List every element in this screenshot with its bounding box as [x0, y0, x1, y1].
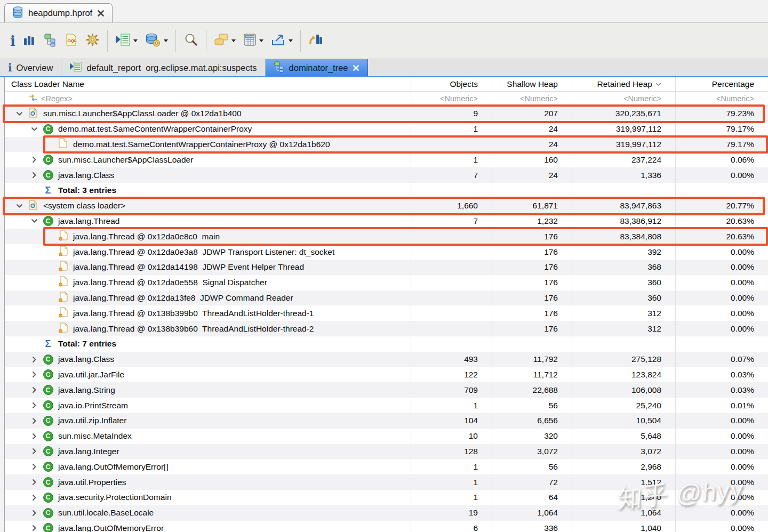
table-row[interactable]: Cjava.io.PrintStream15625,2400.01% [5, 398, 768, 413]
tree-collapsed-icon[interactable] [26, 433, 42, 440]
tab-overview[interactable]: i Overview [0, 59, 61, 76]
table-row[interactable]: java.lang.Thread @ 0x138b39b60 ThreadAnd… [5, 321, 768, 336]
class-icon: C [43, 493, 53, 503]
table-row[interactable]: java.lang.Thread @ 0x138b399b0 ThreadAnd… [5, 305, 768, 321]
column-header-percentage[interactable]: Percentage [675, 77, 768, 91]
table-row[interactable]: Cjava.lang.String70922,688106,0080.03% [5, 382, 768, 398]
table-row[interactable]: Cjava.security.ProtectionDomain1641,2400… [5, 490, 768, 505]
calculator-button[interactable] [239, 29, 267, 53]
table-row[interactable]: <system class loader>1,66061,87183,947,8… [5, 198, 768, 214]
table-row[interactable]: Cdemo.mat.test.SameContentWrapperContain… [5, 122, 768, 137]
dropdown-caret-icon[interactable] [259, 39, 263, 42]
tree-collapsed-icon[interactable] [26, 172, 42, 179]
column-header-objects[interactable]: Objects [411, 77, 492, 91]
regex-filter-cell[interactable]: <Regex> [5, 94, 411, 103]
objects-cell [411, 244, 492, 260]
run-report-button[interactable] [111, 29, 141, 53]
oql-button[interactable]: OQL [61, 29, 82, 53]
customize-button[interactable] [82, 29, 103, 53]
tree-collapsed-icon[interactable] [26, 494, 42, 501]
objects-cell: 1 [411, 490, 492, 505]
table-row[interactable]: java.lang.Thread @ 0x12da0e8c0 main17683… [5, 229, 768, 244]
class-icon: C [43, 124, 53, 134]
heap-objects-button[interactable] [141, 29, 172, 53]
grouping-icon [214, 33, 229, 49]
compare-button[interactable] [305, 29, 327, 53]
row-label: java.lang.Class [58, 171, 114, 180]
tree-expanded-icon[interactable] [11, 110, 27, 117]
dominator-tree-button[interactable] [39, 29, 61, 53]
tree-expanded-icon[interactable] [26, 217, 42, 224]
table-row[interactable]: java.lang.Thread @ 0x12da0e3a8 JDWP Tran… [5, 244, 768, 260]
grouping-button[interactable] [210, 29, 239, 53]
table-row[interactable]: Cjava.util.jar.JarFile12211,712123,8240.… [5, 367, 768, 383]
row-label: sun.misc.Launcher$AppClassLoader @ 0x12d… [43, 109, 242, 118]
tree-collapsed-icon[interactable] [26, 525, 42, 531]
dropdown-caret-icon[interactable] [289, 39, 293, 42]
close-icon[interactable] [353, 65, 359, 71]
export-button[interactable] [267, 29, 297, 53]
objects-cell: 128 [411, 444, 492, 460]
close-icon[interactable] [97, 10, 105, 17]
numeric-filter-cell[interactable]: <Numeric> [675, 92, 768, 106]
objects-cell [411, 183, 492, 198]
row-label: java.lang.Class [58, 354, 114, 364]
row-label: java.lang.Thread @ 0x12da13fe8 JDWP Comm… [73, 293, 293, 303]
dropdown-caret-icon[interactable] [164, 39, 168, 42]
info-button[interactable]: i [6, 29, 19, 53]
tree-collapsed-icon[interactable] [26, 356, 42, 363]
table-row[interactable]: Cjava.lang.Class49311,792275,1280.07% [5, 352, 768, 367]
numeric-filter-cell[interactable]: <Numeric> [572, 92, 675, 106]
table-row[interactable]: sun.misc.Launcher$AppClassLoader @ 0x12d… [5, 106, 768, 122]
retained-heap-cell: 10,504 [572, 413, 675, 429]
table-row[interactable]: Csun.misc.Launcher$AppClassLoader1160237… [5, 152, 768, 167]
table-row[interactable]: Csun.util.locale.BaseLocale191,0641,0640… [5, 505, 768, 521]
table-row[interactable]: ΣTotal: 7 entries [5, 336, 768, 352]
tab-dominator-tree[interactable]: dominator_tree [266, 59, 368, 76]
tree-collapsed-icon[interactable] [26, 479, 42, 486]
numeric-filter-cell[interactable]: <Numeric> [492, 92, 572, 106]
tree-collapsed-icon[interactable] [26, 510, 42, 517]
tree-collapsed-icon[interactable] [26, 463, 42, 470]
percentage-cell: 0.00% [675, 244, 768, 260]
tree-collapsed-icon[interactable] [26, 156, 42, 163]
table-row[interactable]: java.lang.Thread @ 0x12da0e558 Signal Di… [5, 275, 768, 291]
dropdown-caret-icon[interactable] [231, 39, 236, 42]
row-name-cell: Csun.util.locale.BaseLocale [5, 508, 411, 518]
table-row[interactable]: ΣTotal: 3 entries [5, 183, 768, 198]
table-row[interactable]: Cjava.lang.Class7241,3360.00% [5, 167, 768, 183]
tree-collapsed-icon[interactable] [26, 448, 42, 455]
table-row[interactable]: demo.mat.test.SameContentWrapperContaine… [5, 137, 768, 152]
objects-cell [411, 305, 492, 321]
objects-cell: 709 [411, 382, 492, 398]
tree-collapsed-icon[interactable] [26, 386, 42, 393]
column-header-class-loader-name[interactable]: Class Loader Name [5, 79, 411, 89]
table-row[interactable]: java.lang.Thread @ 0x12da14198 JDWP Even… [5, 260, 768, 275]
histogram-button[interactable] [19, 29, 39, 53]
search-button[interactable] [180, 29, 202, 53]
tree-collapsed-icon[interactable] [26, 402, 42, 409]
table-row[interactable]: Cjava.lang.OutOfMemoryError63361,0400.00… [5, 521, 768, 532]
column-header-retained-heap[interactable]: Retained Heap [572, 77, 675, 91]
tree-expanded-icon[interactable] [11, 203, 27, 209]
table-row[interactable]: Cjava.lang.Thread71,23283,386,91220.63% [5, 214, 768, 229]
tree-collapsed-icon[interactable] [26, 371, 42, 378]
tab-default-report[interactable]: default_report org.eclipse.mat.api:suspe… [61, 59, 265, 76]
table-row[interactable]: Cjava.lang.OutOfMemoryError[]1562,9680.0… [5, 459, 768, 474]
tree-collapsed-icon[interactable] [26, 417, 42, 424]
dropdown-caret-icon[interactable] [133, 39, 138, 42]
editor-tab-heapdump[interactable]: heapdump.hprof [4, 3, 113, 22]
tree-expanded-icon[interactable] [26, 126, 42, 133]
shallow-heap-cell: 11,792 [492, 352, 572, 367]
numeric-filter-cell[interactable]: <Numeric> [411, 92, 492, 106]
retained-heap-cell: 320,235,671 [572, 106, 675, 122]
column-header-shallow-heap[interactable]: Shallow Heap [492, 77, 572, 91]
table-row[interactable]: Cjava.util.zip.Inflater1046,65610,5040.0… [5, 413, 768, 429]
table-row[interactable]: java.lang.Thread @ 0x12da13fe8 JDWP Comm… [5, 291, 768, 306]
table-row[interactable]: Cjava.lang.Integer1283,0723,0720.00% [5, 444, 768, 460]
table-row[interactable]: Csun.misc.MetaIndex103205,6480.00% [5, 429, 768, 444]
objects-cell: 1 [411, 398, 492, 413]
table-row[interactable]: Cjava.util.Properties1721,5120.00% [5, 474, 768, 490]
class-icon: C [43, 385, 53, 395]
retained-heap-cell: 392 [572, 244, 675, 260]
